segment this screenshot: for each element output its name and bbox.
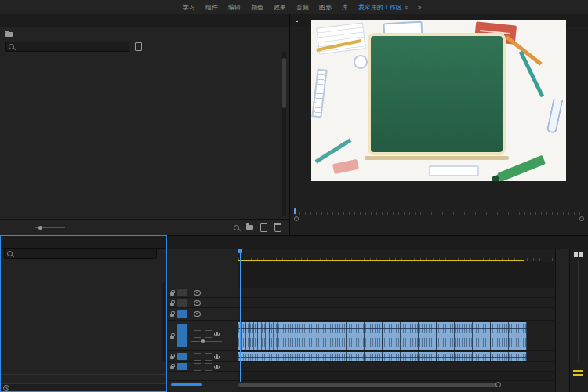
track-content-v2[interactable]	[238, 298, 554, 308]
vertical-scroll-handle[interactable]	[574, 252, 578, 257]
metadata-tabbar	[1, 236, 166, 249]
solo-button[interactable]	[205, 363, 212, 371]
lock-icon[interactable]	[170, 303, 174, 306]
track-headers	[168, 288, 238, 381]
track-header-a2[interactable]	[168, 351, 238, 362]
track-header-a3[interactable]	[168, 362, 238, 372]
solo-button[interactable]	[205, 353, 212, 361]
new-item-button[interactable]	[260, 223, 267, 232]
track-header-v3[interactable]	[168, 288, 238, 298]
project-header	[0, 27, 289, 40]
timeline-playhead[interactable]	[240, 249, 241, 382]
scrollbar-knob[interactable]	[495, 382, 501, 387]
track-content-a3[interactable]	[238, 362, 554, 372]
toggle-track-output-icon[interactable]	[194, 300, 201, 306]
monitor-playhead[interactable]	[294, 208, 296, 214]
transport-controls	[290, 220, 588, 234]
voiceover-record-icon[interactable]	[216, 332, 218, 336]
track-header-v1[interactable]	[168, 308, 238, 321]
toggle-track-output-icon[interactable]	[194, 290, 201, 296]
track-badge[interactable]	[177, 289, 187, 296]
track-header-a1[interactable]	[168, 321, 238, 351]
metadata-search-input[interactable]	[4, 249, 157, 259]
audio-clip-waveform[interactable]	[238, 336, 527, 350]
project-panel-tabbar	[0, 14, 289, 27]
track-content-v3[interactable]	[238, 288, 554, 298]
doodle-ruler	[311, 68, 327, 118]
zoom-minimap-mark	[573, 370, 583, 372]
find-button[interactable]	[234, 225, 239, 230]
chalkboard	[368, 33, 506, 155]
mute-button[interactable]	[194, 330, 201, 338]
track-content-a1[interactable]	[238, 321, 554, 351]
vertical-scroll-handle[interactable]	[579, 252, 583, 257]
search-icon	[9, 44, 14, 49]
header-scrollbar[interactable]	[171, 383, 202, 386]
mute-button[interactable]	[194, 353, 201, 361]
menu-item[interactable]: 效果	[274, 3, 286, 12]
menu-overflow-icon[interactable]: »	[418, 4, 421, 11]
track-badge[interactable]	[177, 299, 187, 307]
track-contents	[238, 288, 554, 381]
lock-icon[interactable]	[170, 292, 174, 296]
project-search-input[interactable]	[5, 42, 129, 52]
clip-metadata-section[interactable]	[1, 259, 166, 267]
program-tab[interactable]	[296, 19, 298, 22]
track-volume-slider[interactable]	[191, 341, 222, 342]
voiceover-record-icon[interactable]	[216, 354, 218, 358]
solo-button[interactable]	[205, 330, 212, 338]
timeline-right-rail	[569, 249, 588, 392]
master-track-header[interactable]	[168, 372, 238, 381]
toggle-track-output-icon[interactable]	[194, 311, 201, 317]
new-bin-button[interactable]	[246, 225, 253, 230]
menu-item[interactable]: 库	[342, 3, 348, 12]
timeline-panel	[167, 235, 588, 392]
track-content-a2[interactable]	[238, 351, 554, 362]
workspace-menu-item[interactable]: 我常用的工作区≡	[358, 3, 408, 12]
workspace-menu: 学习组件编辑颜色效果音频图形库我常用的工作区≡»	[183, 0, 422, 14]
delete-button[interactable]	[274, 223, 281, 232]
project-scrollbar[interactable]	[282, 52, 286, 216]
program-monitor-panel	[289, 14, 588, 235]
zoom-minimap-mark	[573, 374, 583, 376]
timeline-tabbar	[168, 236, 588, 249]
lock-icon[interactable]	[170, 356, 174, 359]
lock-icon[interactable]	[170, 336, 174, 339]
menu-item[interactable]: 音频	[296, 3, 309, 12]
tools-panel	[555, 249, 570, 392]
track-header-v2[interactable]	[168, 298, 238, 308]
menu-item[interactable]: 组件	[205, 3, 218, 12]
mute-button[interactable]	[194, 363, 201, 371]
voiceover-record-icon[interactable]	[216, 365, 218, 368]
metadata-scrollbar[interactable]	[162, 283, 165, 361]
menu-item[interactable]: 学习	[183, 3, 195, 12]
track-badge[interactable]	[177, 363, 187, 370]
work-area-bar[interactable]	[238, 260, 524, 261]
timeline-horizontal-scrollbar[interactable]	[238, 383, 497, 387]
premiere-window: 学习组件编辑颜色效果音频图形库我常用的工作区≡»	[0, 0, 588, 392]
thumbnail-zoom-slider[interactable]	[35, 227, 65, 228]
bin-icon	[5, 32, 13, 37]
vertical-scrollbar-track[interactable]	[578, 260, 579, 361]
menu-item[interactable]: 编辑	[228, 3, 241, 12]
panel-menu-icon[interactable]: ≡	[405, 5, 408, 10]
no-speech-icon	[3, 385, 9, 391]
lock-icon[interactable]	[170, 314, 174, 317]
lock-icon[interactable]	[170, 366, 174, 369]
project-toolbar	[0, 219, 289, 235]
doodle-clock	[354, 55, 368, 69]
metadata-panel	[0, 235, 167, 392]
menu-item[interactable]: 颜色	[251, 3, 263, 12]
project-item-grid	[3, 52, 279, 218]
monitor-controls	[290, 196, 588, 206]
project-panel	[0, 14, 289, 235]
metadata-footer	[1, 383, 166, 391]
track-badge[interactable]	[177, 353, 187, 360]
in-out-view-icon[interactable]	[135, 42, 142, 51]
monitor-scrubber[interactable]	[294, 208, 584, 215]
track-badge[interactable]	[177, 324, 187, 347]
track-badge[interactable]	[177, 310, 187, 318]
master-track-content	[238, 372, 554, 381]
audio-clip-waveform[interactable]	[238, 352, 527, 361]
menu-item[interactable]: 图形	[319, 3, 332, 12]
